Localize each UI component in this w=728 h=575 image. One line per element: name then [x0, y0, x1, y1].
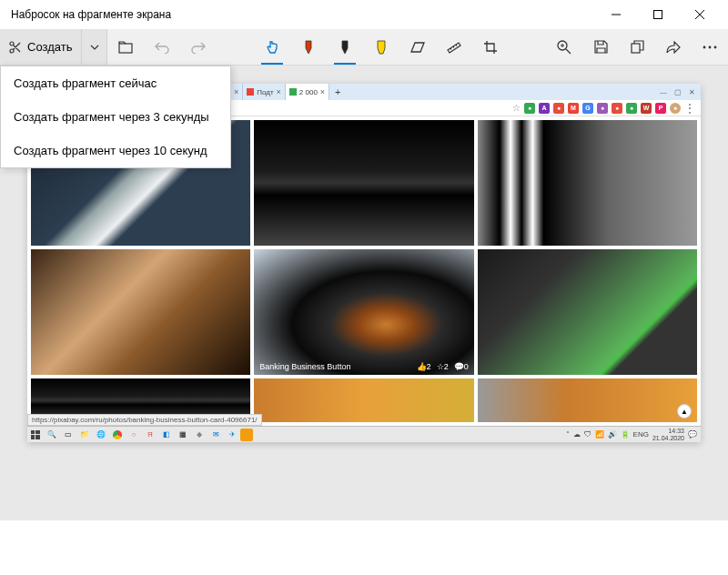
task-view-button[interactable]: ▭	[60, 427, 76, 443]
mail-icon[interactable]: ✉	[207, 427, 224, 443]
notifications-icon[interactable]: 💬	[688, 430, 697, 439]
redo-button[interactable]	[180, 29, 217, 65]
more-button[interactable]	[692, 29, 728, 65]
calc-icon[interactable]: ▦	[175, 427, 191, 443]
touch-writing-button[interactable]	[254, 29, 290, 65]
browser-maximize-icon[interactable]: ▢	[674, 88, 682, 96]
gallery-image[interactable]	[478, 120, 697, 246]
extension-icon[interactable]: G	[582, 103, 593, 114]
svg-rect-4	[119, 44, 132, 53]
browser-minimize-icon[interactable]: —	[660, 88, 667, 96]
gallery-image-hovered[interactable]: Banking Business Button 👍2 ☆2 💬0	[254, 249, 473, 375]
svg-rect-16	[35, 435, 40, 439]
svg-point-10	[703, 45, 706, 48]
app-icon[interactable]: ◆	[191, 427, 207, 443]
star-icon[interactable]: ☆	[512, 103, 521, 113]
tray-up-icon[interactable]: ˄	[566, 430, 570, 439]
new-snip-dropdown-menu: Создать фрагмент сейчас Создать фрагмент…	[0, 66, 231, 168]
browser-close-icon[interactable]: ✕	[689, 88, 695, 96]
svg-rect-13	[31, 430, 35, 434]
opera-icon[interactable]: ○	[126, 427, 142, 443]
titlebar: Набросок на фрагменте экрана	[0, 0, 728, 29]
ruler-button[interactable]	[436, 29, 472, 65]
tray-icon[interactable]: ☁	[573, 430, 581, 439]
extension-icon[interactable]: ●	[553, 103, 564, 114]
chevron-down-icon	[90, 45, 99, 50]
browser-menu-icon[interactable]: ⋮	[684, 102, 695, 115]
extension-icon[interactable]: W	[641, 103, 652, 114]
eraser-button[interactable]	[399, 29, 436, 65]
yandex-icon[interactable]: Я	[142, 427, 158, 443]
gallery-image[interactable]	[254, 120, 473, 246]
save-icon	[594, 40, 608, 54]
tray-icon[interactable]: 📶	[595, 430, 604, 439]
folder-icon	[118, 41, 133, 54]
action-tools	[546, 29, 728, 65]
share-icon	[666, 41, 681, 54]
vscode-icon[interactable]: ◧	[158, 427, 175, 443]
extension-icon[interactable]: ●	[626, 103, 637, 114]
avatar-icon[interactable]: ●	[670, 103, 681, 114]
start-button[interactable]	[27, 427, 44, 443]
image-stats: 👍2 ☆2 💬0	[417, 362, 469, 371]
crop-button[interactable]	[472, 29, 509, 65]
browser-tab-active[interactable]: 2 000×	[286, 84, 329, 100]
black-pen-button[interactable]	[327, 29, 363, 65]
close-icon[interactable]: ×	[234, 87, 238, 96]
status-bar-url: https://pixabay.com/ru/photos/banking-bu…	[27, 414, 262, 426]
browser-icon[interactable]: 🌐	[93, 427, 109, 443]
open-file-button[interactable]	[107, 29, 144, 65]
pen-red-icon	[302, 39, 315, 55]
comments-icon[interactable]: 💬0	[454, 362, 469, 371]
new-snip-button[interactable]: Создать	[0, 29, 82, 65]
chrome-icon[interactable]	[109, 427, 126, 443]
save-button[interactable]	[582, 29, 619, 65]
favs-icon[interactable]: ☆2	[437, 362, 449, 371]
ellipsis-icon	[703, 45, 717, 49]
snip-10s-item[interactable]: Создать фрагмент через 10 секунд	[1, 134, 230, 167]
search-button[interactable]: 🔍	[44, 427, 60, 443]
explorer-icon[interactable]: 📁	[76, 427, 93, 443]
tray-icon[interactable]: 🛡	[584, 430, 592, 439]
zoom-button[interactable]	[546, 29, 582, 65]
gallery-image[interactable]	[31, 249, 250, 375]
extension-icon[interactable]: ●	[612, 103, 622, 114]
highlighter-icon	[375, 39, 388, 55]
undo-button[interactable]	[144, 29, 180, 65]
minimize-button[interactable]	[595, 0, 637, 29]
copy-icon	[631, 40, 644, 54]
gallery-image[interactable]	[478, 249, 697, 375]
telegram-icon[interactable]: ✈	[224, 427, 240, 443]
snip-3s-item[interactable]: Создать фрагмент через 3 секунды	[1, 100, 230, 134]
extension-icon[interactable]: ●	[524, 103, 535, 114]
gallery-image[interactable]	[254, 378, 473, 422]
tray-icon[interactable]: 🔋	[621, 430, 630, 439]
red-pen-button[interactable]	[290, 29, 327, 65]
extension-icon[interactable]: ●	[597, 103, 608, 114]
maximize-button[interactable]	[637, 0, 679, 29]
language-indicator[interactable]: ENG	[633, 430, 649, 439]
close-button[interactable]	[679, 0, 721, 29]
copy-button[interactable]	[619, 29, 655, 65]
highlighter-button[interactable]	[363, 29, 399, 65]
redo-icon	[191, 41, 206, 54]
close-icon[interactable]: ×	[277, 87, 281, 96]
new-snip-dropdown-button[interactable]	[82, 29, 107, 65]
snip-icon[interactable]	[240, 429, 253, 441]
extension-icon[interactable]: A	[539, 103, 550, 114]
browser-tab[interactable]: Подт×	[243, 84, 286, 100]
close-icon[interactable]: ×	[320, 87, 325, 96]
extension-icon[interactable]: P	[655, 103, 666, 114]
scroll-top-button[interactable]: ▲	[677, 404, 692, 419]
snip-icon	[9, 41, 22, 54]
share-button[interactable]	[655, 29, 692, 65]
gallery-image[interactable]	[478, 378, 697, 422]
snip-now-item[interactable]: Создать фрагмент сейчас	[1, 66, 230, 100]
pen-tools	[254, 29, 509, 65]
clock[interactable]: 14:33 21.04.2020	[652, 428, 684, 442]
new-tab-button[interactable]: +	[329, 86, 346, 97]
tray-icon[interactable]: 🔊	[608, 430, 617, 439]
likes-icon[interactable]: 👍2	[417, 362, 431, 371]
undo-icon	[155, 41, 169, 54]
extension-icon[interactable]: M	[568, 103, 579, 114]
